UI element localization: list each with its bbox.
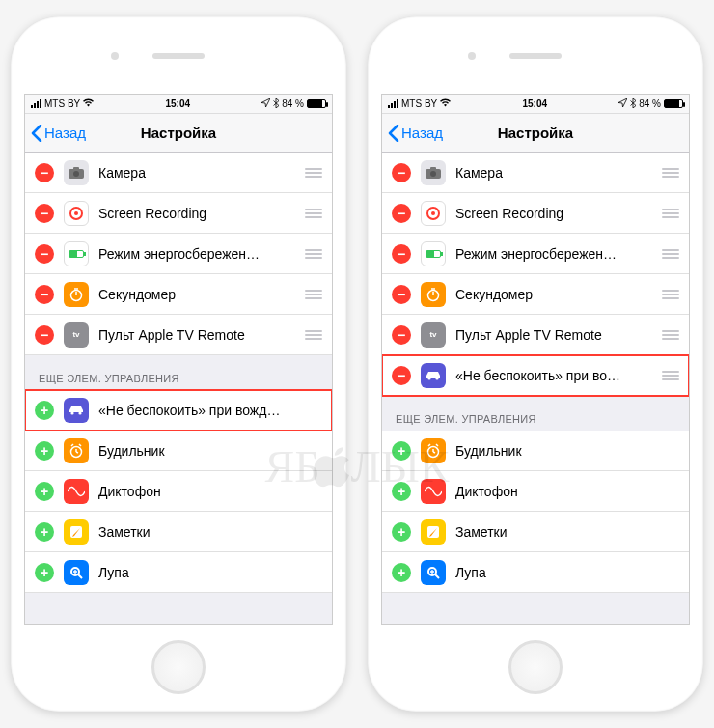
phone-frame-right: MTS BY 15:04 84 % Назад [368,16,703,712]
remove-icon[interactable]: − [392,285,411,304]
row-label: Пульт Apple TV Remote [455,327,652,343]
battery-icon [307,99,326,108]
row-notes[interactable]: + Заметки [25,512,332,552]
notes-icon [64,519,89,545]
chevron-left-icon [388,125,399,142]
row-label: Лупа [455,565,679,580]
svg-point-10 [430,171,436,177]
add-icon[interactable]: + [392,563,411,582]
row-alarm[interactable]: + Будильник [382,431,689,471]
row-camera[interactable]: − Камера [25,153,332,193]
drag-handle-icon[interactable] [662,290,679,299]
stopwatch-icon [64,282,89,307]
row-stopwatch[interactable]: − Секундомер [25,274,332,315]
carrier-label: MTS BY [401,98,437,109]
magnifier-icon [64,560,89,585]
row-label: Будильник [455,443,679,459]
drag-handle-icon[interactable] [662,371,679,380]
remove-icon[interactable]: − [35,163,54,182]
back-button[interactable]: Назад [25,125,86,142]
section-header-more: ЕЩЕ ЭЛЕМ. УПРАВЛЕНИЯ [382,396,689,431]
low-power-icon [421,241,446,266]
row-low-power[interactable]: − Режим энергосбережен… [25,234,332,274]
add-icon[interactable]: + [35,401,54,420]
add-icon[interactable]: + [392,482,411,501]
add-icon[interactable]: + [392,522,411,542]
battery-pct: 84 % [282,98,304,109]
svg-rect-2 [73,167,79,170]
add-icon[interactable]: + [35,522,54,542]
svg-point-14 [435,377,438,379]
drag-handle-icon[interactable] [662,330,679,340]
bluetooth-icon [273,98,279,110]
remove-icon[interactable]: − [35,285,54,304]
row-magnifier[interactable]: + Лупа [25,552,332,593]
row-alarm[interactable]: + Будильник [25,431,332,471]
home-button[interactable] [151,640,206,694]
row-label: Диктофон [98,484,322,499]
phone-front-camera [468,52,476,60]
add-icon[interactable]: + [35,441,54,461]
signal-icon [31,99,41,108]
battery-pct: 84 % [639,98,661,109]
row-stopwatch[interactable]: − Секундомер [382,274,689,315]
remove-icon[interactable]: − [35,204,54,223]
drag-handle-icon[interactable] [662,168,679,178]
stopwatch-icon [421,282,446,307]
location-icon [618,98,627,109]
add-icon[interactable]: + [35,482,54,501]
nav-header: Назад Настройка [382,114,689,153]
row-label: Screen Recording [455,206,652,221]
row-low-power[interactable]: − Режим энергосбережен… [382,234,689,274]
drag-handle-icon[interactable] [305,249,322,259]
car-icon [421,363,446,388]
drag-handle-icon[interactable] [305,209,322,218]
row-dnd-driving[interactable]: − «Не беспокоить» при во… [382,355,689,396]
drag-handle-icon[interactable] [662,249,679,259]
row-voice-memos[interactable]: + Диктофон [25,471,332,512]
svg-point-13 [427,377,430,379]
svg-point-4 [70,411,73,414]
svg-rect-11 [430,167,436,170]
row-label: Пульт Apple TV Remote [98,327,295,343]
remove-icon[interactable]: − [392,244,411,264]
row-label: Камера [98,165,295,181]
voice-memos-icon [421,479,446,504]
alarm-icon [421,438,446,463]
drag-handle-icon[interactable] [662,209,679,218]
row-tv-remote[interactable]: − tv Пульт Apple TV Remote [382,315,689,355]
back-button[interactable]: Назад [382,125,443,142]
screen-recording-icon [421,201,446,226]
row-label: «Не беспокоить» при во… [455,368,652,383]
remove-icon[interactable]: − [35,325,54,345]
row-label: Секундомер [455,287,652,302]
drag-handle-icon[interactable] [305,330,322,340]
svg-point-1 [73,171,79,177]
row-notes[interactable]: + Заметки [382,512,689,552]
row-screen-recording[interactable]: − Screen Recording [382,193,689,234]
row-screen-recording[interactable]: − Screen Recording [25,193,332,234]
row-label: Screen Recording [98,206,295,221]
row-label: Режим энергосбережен… [98,246,295,262]
add-icon[interactable]: + [35,563,54,582]
row-label: Секундомер [98,287,295,302]
status-bar: MTS BY 15:04 84 % [382,95,689,114]
row-magnifier[interactable]: + Лупа [382,552,689,593]
home-button[interactable] [508,640,563,694]
magnifier-icon [421,560,446,585]
remove-icon[interactable]: − [392,325,411,345]
row-voice-memos[interactable]: + Диктофон [382,471,689,512]
remove-icon[interactable]: − [35,244,54,264]
drag-handle-icon[interactable] [305,290,322,299]
screen-right: MTS BY 15:04 84 % Назад [381,94,690,625]
add-icon[interactable]: + [392,441,411,461]
row-label: Лупа [98,565,322,580]
row-camera[interactable]: − Камера [382,153,689,193]
remove-icon[interactable]: − [392,366,411,385]
row-tv-remote[interactable]: − tv Пульт Apple TV Remote [25,315,332,355]
remove-icon[interactable]: − [392,204,411,223]
remove-icon[interactable]: − [392,163,411,182]
row-dnd-driving[interactable]: + «Не беспокоить» при вожд… [25,390,332,431]
apple-tv-icon: tv [64,322,89,348]
drag-handle-icon[interactable] [305,168,322,178]
